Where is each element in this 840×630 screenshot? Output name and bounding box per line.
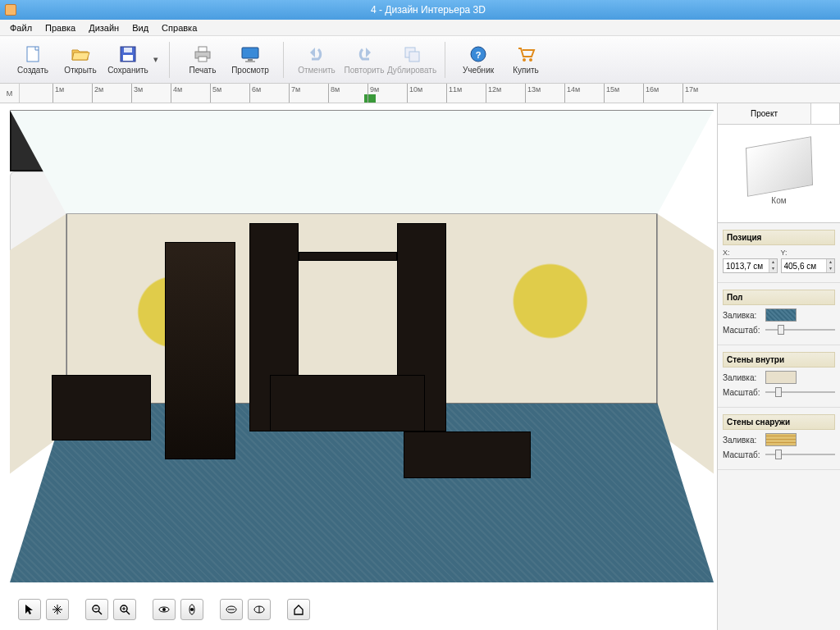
walls-out-head: Стены снаружи [723,414,835,430]
save-dropdown[interactable]: ▾ [153,54,159,65]
print-button[interactable]: Печать [180,39,226,81]
preview-button[interactable]: Просмотр [227,39,273,81]
position-x-input[interactable]: ▴▾ [723,258,778,273]
walls-out-fill-swatch[interactable] [765,433,797,446]
viewport-3d[interactable] [0,103,717,630]
svg-line-17 [98,611,102,614]
walls-in-head: Стены внутри [723,352,835,368]
furniture-coffee-table[interactable] [404,431,530,479]
preview-shape [745,136,812,197]
menu-view[interactable]: Вид [126,21,155,34]
position-y-field[interactable] [782,262,827,271]
floor-fill-swatch[interactable] [765,308,797,322]
ceiling [10,110,714,214]
tool-pointer[interactable] [18,599,41,620]
ruler-tick: 15м [604,84,619,103]
floor-fill-label: Заливка: [723,311,762,320]
tool-look[interactable] [180,599,203,620]
y-spin-down[interactable]: ▾ [826,266,834,272]
tool-pan[interactable] [46,599,69,620]
tool-fly[interactable] [248,599,271,620]
ruler-tick: 12м [486,84,501,103]
section-walls-out: Стены снаружи Заливка: Масштаб: [718,408,840,470]
monitor-icon [239,44,262,64]
tool-home[interactable] [287,599,310,620]
app-icon [5,4,16,16]
ruler-tick: 6м [249,84,261,103]
cart-icon [514,44,537,64]
walls-out-scale-label: Масштаб: [723,450,762,459]
menu-file[interactable]: Файл [3,21,39,34]
menu-edit[interactable]: Правка [39,21,82,34]
furniture-shelf[interactable] [299,252,397,262]
save-button[interactable]: Сохранить [105,39,151,81]
x-spin-up[interactable]: ▴ [769,259,777,266]
x-label: X: [723,249,778,257]
svg-point-14 [523,58,526,62]
printer-icon [191,44,214,64]
ruler-tick: 4м [171,84,182,103]
svg-rect-11 [409,52,419,62]
walls-out-scale-slider[interactable] [765,449,835,460]
walls-in-scale-slider[interactable] [765,386,835,398]
tool-zoom-in[interactable] [113,599,136,620]
floor-head: Пол [723,290,835,305]
floor-scale-label: Масштаб: [723,326,762,335]
view-toolbar [18,599,310,620]
manual-button[interactable]: ? Учебник [455,39,501,81]
furniture-low-cabinet[interactable] [52,375,150,441]
ruler-tick: 2м [92,84,103,103]
tool-orbit[interactable] [153,599,176,620]
tool-zoom-out[interactable] [85,599,108,620]
ruler-tick: 3м [131,84,143,103]
svg-rect-6 [199,57,207,62]
position-x-field[interactable] [724,262,769,271]
x-spin-down[interactable]: ▾ [769,266,777,272]
duplicate-icon [400,44,423,64]
section-position: Позиция X: ▴▾ Y: ▴▾ [718,223,840,283]
walls-out-fill-label: Заливка: [723,436,762,445]
svg-rect-9 [245,61,255,62]
walls-in-fill-swatch[interactable] [765,371,797,384]
side-panel: Проект Ком Позиция X: ▴▾ Y: ▴▾ [717,103,840,630]
walls-in-scale-label: Масштаб: [723,388,762,397]
svg-rect-5 [199,47,207,52]
svg-rect-0 [27,47,39,62]
menubar: Файл Правка Дизайн Вид Справка [0,20,840,36]
svg-line-20 [126,611,130,614]
furniture-tv-console[interactable] [270,375,425,431]
svg-point-24 [162,608,166,611]
ruler-tick: 14м [564,84,580,103]
section-walls-in: Стены внутри Заливка: Масштаб: [718,345,840,408]
duplicate-button[interactable]: Дублировать [389,39,435,81]
tool-walk[interactable] [220,599,243,620]
redo-button[interactable]: Повторить [341,39,387,81]
tab-other[interactable] [811,103,840,124]
undo-icon [305,44,328,64]
new-button[interactable]: Создать [10,39,56,81]
undo-button[interactable]: Отменить [294,39,340,81]
ruler-tick: 16м [643,84,659,103]
y-label: Y: [781,249,836,257]
svg-text:?: ? [476,50,482,60]
menu-help[interactable]: Справка [155,21,203,34]
side-tabs: Проект [718,103,840,125]
horizontal-ruler[interactable]: 1м2м3м4м5м6м7м8м9м10м11м12м13м14м15м16м1… [20,84,840,103]
ruler-tick: 13м [525,84,541,103]
svg-rect-3 [123,55,133,61]
preview-label: Ком [771,196,786,205]
ruler-tick: 9м [368,84,379,103]
buy-button[interactable]: Купить [503,39,549,81]
furniture-bookcase[interactable] [165,242,235,459]
menu-design[interactable]: Дизайн [82,21,126,34]
tab-project[interactable]: Проект [718,103,811,124]
walls-in-fill-label: Заливка: [723,373,762,382]
floor-scale-slider[interactable] [765,324,835,336]
svg-rect-8 [248,59,253,61]
position-y-input[interactable]: ▴▾ [781,258,836,273]
svg-rect-7 [242,48,258,58]
save-icon [116,44,139,64]
titlebar: 4 - Дизайн Интерьера 3D [0,0,840,20]
open-button[interactable]: Открыть [57,39,103,81]
y-spin-up[interactable]: ▴ [826,259,834,266]
